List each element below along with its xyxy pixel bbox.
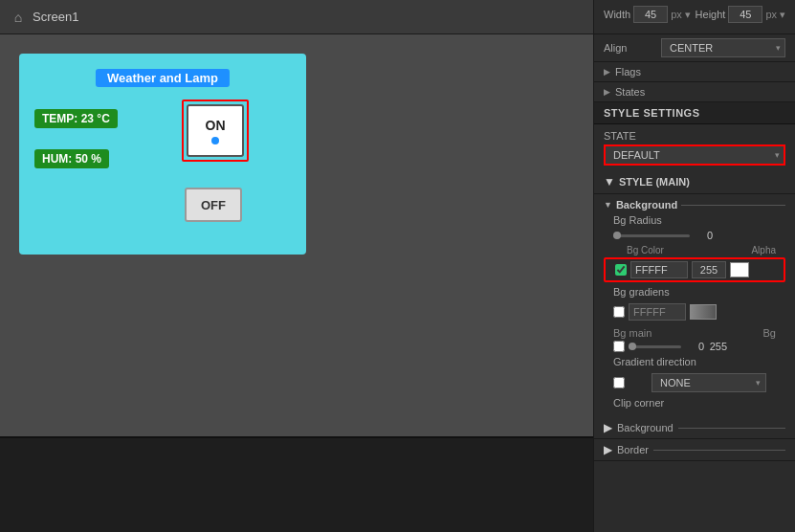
off-button-text: OFF bbox=[201, 198, 226, 212]
bottom-bar bbox=[0, 436, 593, 532]
height-label: Height bbox=[696, 9, 726, 20]
style-settings-label: STYLE SETTINGS bbox=[604, 107, 700, 119]
style-main-label: STYLE (MAIN) bbox=[619, 176, 690, 188]
gradient-direction-dropdown-row: NONE ▾ bbox=[604, 371, 785, 394]
flags-label: Flags bbox=[615, 66, 641, 78]
on-button-dot bbox=[211, 137, 219, 144]
dimensions-section: Width px ▾ Height px ▾ bbox=[594, 0, 795, 34]
width-dropdown-arrow[interactable]: ▾ bbox=[685, 9, 691, 21]
clip-corner-row: Clip corner bbox=[604, 397, 785, 409]
height-dropdown-arrow[interactable]: ▾ bbox=[780, 9, 785, 21]
on-button[interactable]: ON bbox=[187, 104, 244, 157]
gradient-preview bbox=[690, 304, 717, 320]
state-dropdown-wrapper: DEFAULT ▾ bbox=[604, 144, 785, 166]
flags-row[interactable]: ▶ Flags bbox=[594, 62, 795, 82]
on-button-text: ON bbox=[206, 118, 226, 133]
style-main-header: ▼ STYLE (MAIN) bbox=[594, 170, 795, 194]
border-arrow-icon: ▶ bbox=[604, 443, 612, 456]
bg-color-checkbox[interactable] bbox=[615, 264, 627, 276]
gradient-direction-checkbox[interactable] bbox=[613, 377, 625, 388]
background2-row[interactable]: ▶ Background bbox=[594, 417, 795, 439]
gradient-direction-row: Gradient direction bbox=[604, 356, 785, 367]
states-label: States bbox=[615, 86, 645, 98]
bg-gradients-color-row bbox=[604, 301, 785, 322]
right-panel: Width px ▾ Height px ▾ Align CENTER ▾ ▶ … bbox=[593, 0, 795, 532]
bg-main-checkbox[interactable] bbox=[613, 341, 625, 352]
align-dropdown-wrapper: CENTER ▾ bbox=[661, 38, 785, 57]
gradient-direction-label: Gradient direction bbox=[613, 356, 696, 367]
background-header: ▼ Background bbox=[604, 199, 785, 211]
bg-divider bbox=[681, 205, 785, 206]
hum-row: HUM: 50 % bbox=[34, 149, 109, 168]
clip-corner-label: Clip corner bbox=[613, 397, 671, 409]
style-settings-header: STYLE SETTINGS bbox=[594, 102, 795, 124]
align-label: Align bbox=[604, 42, 627, 54]
background2-label: Background bbox=[617, 422, 674, 433]
bg-main-labels: Bg main Bg bbox=[604, 325, 785, 341]
width-label: Width bbox=[604, 9, 630, 20]
background-title: Background bbox=[616, 199, 677, 211]
color-labels-row: Bg Color Alpha bbox=[604, 245, 785, 257]
states-arrow-icon: ▶ bbox=[604, 87, 610, 97]
bg-label: Bg bbox=[763, 327, 776, 339]
bg-color-label: Bg Color bbox=[627, 245, 664, 255]
canvas-area: Weather and Lamp TEMP: 23 °C HUM: 50 % O… bbox=[0, 34, 593, 436]
bg-gradients-checkbox[interactable] bbox=[613, 306, 625, 318]
widget-canvas[interactable]: Weather and Lamp TEMP: 23 °C HUM: 50 % O… bbox=[19, 54, 306, 255]
border-divider bbox=[653, 450, 785, 451]
bg-gradients-row: Bg gradiens bbox=[604, 286, 785, 298]
bg-color-swatch[interactable] bbox=[730, 262, 749, 277]
width-unit: px bbox=[671, 9, 682, 20]
bg-main-value: 0 bbox=[685, 341, 704, 352]
bg-arrow-icon: ▼ bbox=[604, 200, 612, 210]
state-label-row: STATE bbox=[594, 124, 795, 144]
border-label: Border bbox=[617, 444, 649, 455]
state-dropdown[interactable]: DEFAULT bbox=[604, 144, 785, 166]
background2-arrow-icon: ▶ bbox=[604, 421, 612, 434]
height-unit: px bbox=[765, 9, 777, 20]
off-button[interactable]: OFF bbox=[185, 188, 242, 222]
bg-alpha-input[interactable] bbox=[692, 261, 726, 278]
align-row: Align CENTER ▾ bbox=[594, 34, 795, 62]
bg-value: 255 bbox=[708, 341, 727, 352]
width-group: Width px ▾ bbox=[604, 6, 691, 23]
color-row bbox=[604, 257, 785, 282]
states-row[interactable]: ▶ States bbox=[594, 82, 795, 102]
height-input[interactable] bbox=[728, 6, 762, 23]
temp-row: TEMP: 23 °C bbox=[34, 109, 118, 128]
home-icon[interactable]: ⌂ bbox=[10, 9, 27, 26]
bg-color-input[interactable] bbox=[630, 261, 688, 278]
widget-title: Weather and Lamp bbox=[96, 69, 230, 87]
style-main-arrow-icon: ▼ bbox=[604, 175, 615, 188]
gradient-direction-dropdown[interactable]: NONE bbox=[651, 373, 766, 392]
bg-radius-slider-row: 0 bbox=[604, 230, 785, 241]
align-dropdown[interactable]: CENTER bbox=[661, 38, 785, 57]
temp-label: TEMP: 23 °C bbox=[34, 109, 118, 128]
bg-alpha-label: Alpha bbox=[751, 245, 776, 255]
bg-gradients-label: Bg gradiens bbox=[613, 286, 671, 298]
breadcrumb-bar: ⌂ Screen1 bbox=[0, 0, 593, 34]
bg-main-slider[interactable] bbox=[629, 345, 681, 348]
screen-label: Screen1 bbox=[33, 10, 78, 24]
bg-main-row: 0 255 bbox=[604, 341, 785, 356]
bg-radius-label: Bg Radius bbox=[613, 214, 671, 226]
border-row[interactable]: ▶ Border bbox=[594, 439, 795, 461]
left-panel: ⌂ Screen1 Weather and Lamp TEMP: 23 °C H… bbox=[0, 0, 593, 532]
bg-radius-row: Bg Radius bbox=[604, 214, 785, 226]
bg-radius-value: 0 bbox=[694, 230, 713, 241]
dimensions-row: Width px ▾ Height px ▾ bbox=[604, 6, 785, 23]
hum-label: HUM: 50 % bbox=[34, 149, 109, 168]
flags-arrow-icon: ▶ bbox=[604, 67, 610, 77]
background-subsection: ▼ Background Bg Radius 0 Bg Color Alpha … bbox=[594, 194, 795, 417]
on-button-container: ON bbox=[182, 100, 249, 162]
none-dropdown-wrapper: NONE ▾ bbox=[651, 373, 766, 392]
bg2-divider bbox=[678, 428, 785, 429]
bg-radius-slider[interactable] bbox=[613, 234, 690, 237]
width-input[interactable] bbox=[633, 6, 668, 23]
state-label: STATE bbox=[604, 130, 636, 142]
bg-main-label: Bg main bbox=[613, 327, 651, 339]
height-group: Height px ▾ bbox=[696, 6, 785, 23]
bg-gradients-input[interactable] bbox=[629, 303, 686, 321]
